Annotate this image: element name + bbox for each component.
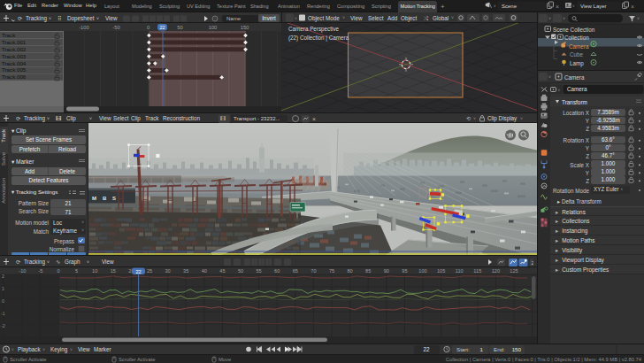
svg-text:100: 100 — [209, 25, 218, 30]
svg-text:120: 120 — [492, 268, 500, 274]
svg-text:-100: -100 — [79, 25, 89, 30]
svg-text:˅: ˅ — [572, 4, 575, 9]
svg-text:End:: End: — [494, 346, 505, 352]
svg-text:150: 150 — [241, 25, 249, 30]
svg-text:Keying: Keying — [50, 346, 68, 353]
svg-text:View: View — [99, 115, 111, 121]
svg-text:˅: ˅ — [87, 259, 89, 264]
svg-text:˅: ˅ — [548, 74, 551, 80]
svg-text:˅: ˅ — [89, 115, 92, 120]
svg-text:Select: Select — [113, 115, 129, 121]
svg-text:-5: -5 — [39, 268, 43, 274]
svg-text:⟳: ⟳ — [18, 15, 23, 21]
svg-text:Track.005: Track.005 — [2, 66, 27, 73]
svg-text:Clip: Clip — [66, 115, 76, 122]
svg-text:Scene: Scene — [502, 4, 518, 9]
svg-text:˅: ˅ — [451, 15, 454, 20]
svg-text:Track.004: Track.004 — [2, 60, 27, 66]
svg-text:22: 22 — [423, 346, 430, 352]
svg-text:Scroller Activate: Scroller Activate — [119, 357, 156, 362]
svg-text:1: 1 — [2, 286, 4, 291]
svg-text:🎞: 🎞 — [220, 116, 226, 121]
svg-text:Camera: Camera — [564, 74, 585, 81]
svg-text:Track: Track — [2, 32, 16, 38]
svg-text:-1: -1 — [1, 311, 5, 316]
svg-text:-10: -10 — [19, 268, 26, 274]
svg-text:Select: Select — [368, 14, 384, 20]
svg-text:Playback: Playback — [18, 346, 41, 353]
svg-text:Camera: Camera — [569, 43, 589, 50]
svg-text:-2: -2 — [1, 323, 5, 328]
svg-text:˅: ˅ — [637, 16, 640, 21]
svg-text:View: View — [102, 259, 114, 265]
svg-text:˅: ˅ — [548, 16, 551, 21]
svg-text:Global: Global — [433, 14, 448, 20]
svg-text:115: 115 — [473, 268, 481, 274]
svg-text:⠿: ⠿ — [58, 15, 62, 21]
svg-text:5: 5 — [75, 268, 78, 274]
svg-text:55: 55 — [256, 268, 261, 274]
svg-text:Tracking: Tracking — [24, 259, 45, 266]
svg-text:Reconstruction: Reconstruction — [163, 115, 200, 121]
svg-text:150: 150 — [512, 346, 522, 352]
svg-text:Graph: Graph — [65, 259, 80, 266]
svg-text:×: × — [631, 4, 634, 10]
svg-text:˅: ˅ — [47, 259, 50, 264]
svg-text:Tracking: Tracking — [26, 15, 47, 22]
svg-text:×: × — [556, 4, 559, 10]
svg-text:Tracking: Tracking — [24, 115, 45, 122]
svg-text:60: 60 — [274, 268, 280, 274]
svg-text:View: View — [105, 15, 118, 21]
svg-text:Marker: Marker — [94, 346, 111, 352]
svg-text:˅: ˅ — [70, 347, 73, 352]
svg-text:˅: ˅ — [494, 4, 496, 9]
svg-text:22: 22 — [159, 25, 165, 30]
svg-text:Object: Object — [401, 14, 417, 21]
svg-text:Scene Collection: Scene Collection — [553, 27, 595, 33]
svg-text:Add: Add — [387, 14, 398, 20]
svg-text:View: View — [78, 346, 90, 352]
svg-text:1: 1 — [480, 346, 484, 352]
svg-text:Track.006: Track.006 — [2, 73, 27, 80]
svg-text:35: 35 — [183, 268, 188, 274]
svg-text:˅: ˅ — [49, 15, 51, 20]
svg-text:˅: ˅ — [563, 16, 565, 21]
svg-text:⟳: ⟳ — [16, 115, 21, 121]
svg-text:30: 30 — [165, 268, 170, 274]
svg-text:50: 50 — [238, 268, 243, 274]
svg-text:˅: ˅ — [295, 15, 297, 20]
svg-text:Track.001: Track.001 — [2, 39, 27, 45]
svg-text:50: 50 — [177, 25, 182, 30]
svg-text:22: 22 — [135, 269, 141, 274]
svg-text:Object Mode: Object Mode — [308, 14, 340, 21]
svg-text:70: 70 — [310, 268, 316, 274]
svg-text:-50: -50 — [112, 25, 119, 30]
svg-text:Track.003: Track.003 — [2, 53, 27, 59]
svg-text:˅: ˅ — [47, 115, 50, 120]
svg-text:∿: ∿ — [56, 259, 60, 265]
svg-text:0: 0 — [2, 298, 4, 304]
svg-text:Collection: Collection — [564, 35, 589, 41]
svg-text:⟳: ⟳ — [16, 259, 21, 265]
svg-text:Clip: Clip — [131, 115, 141, 122]
svg-text:Clip Display: Clip Display — [487, 115, 518, 122]
svg-text:110: 110 — [456, 268, 464, 274]
svg-text:Collection | Camera | Verts:0: Collection | Camera | Verts:0 | Faces:0 … — [446, 357, 642, 362]
svg-text:˅: ˅ — [96, 15, 99, 20]
svg-text:View: View — [350, 14, 363, 20]
svg-text:˅: ˅ — [42, 347, 45, 352]
svg-text:Track: Track — [145, 115, 159, 121]
svg-text:🎞: 🎞 — [56, 115, 61, 121]
svg-text:(22) Collection | Camera: (22) Collection | Camera — [288, 35, 349, 42]
svg-text:Camera Perspective: Camera Perspective — [288, 26, 340, 33]
svg-text:Start:: Start: — [456, 346, 470, 352]
svg-text:25: 25 — [147, 268, 152, 274]
svg-text:⤭: ⤭ — [424, 14, 428, 20]
svg-text:Lamp: Lamp — [570, 60, 584, 67]
svg-text:2.: 2. — [532, 260, 534, 266]
svg-text:10: 10 — [92, 268, 97, 274]
svg-text:0: 0 — [57, 268, 59, 274]
svg-text:2: 2 — [2, 274, 4, 279]
svg-text:×: × — [312, 115, 316, 121]
svg-text:80: 80 — [347, 268, 352, 274]
